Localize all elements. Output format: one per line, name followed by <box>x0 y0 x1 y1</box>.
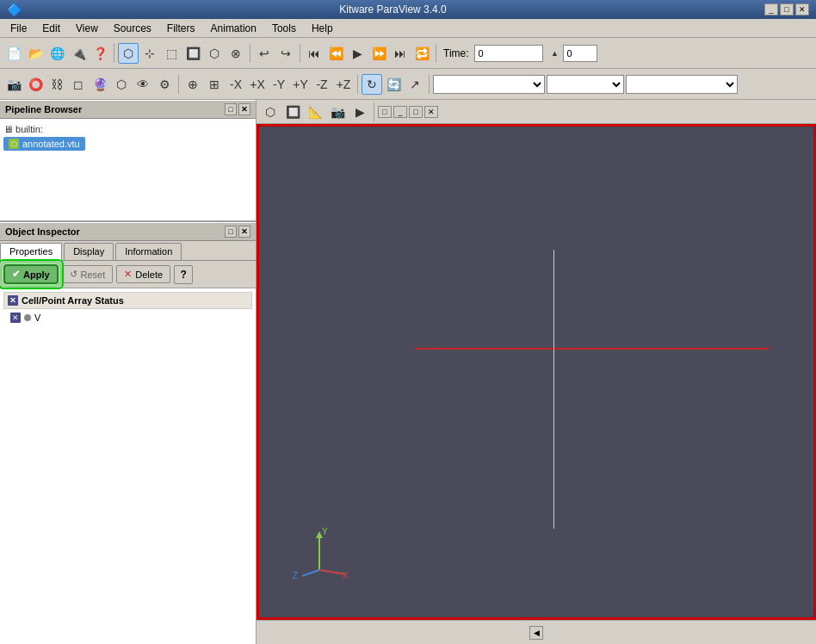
minus-x-button[interactable]: -X <box>226 74 246 95</box>
svg-text:Y: Y <box>322 527 328 536</box>
pipeline-browser-maximize[interactable]: □ <box>225 103 237 115</box>
close-button[interactable]: ✕ <box>795 3 809 15</box>
object-inspector-maximize[interactable]: □ <box>225 226 237 238</box>
viewport-tb3[interactable]: 📐 <box>305 102 325 122</box>
cursor-button[interactable]: ↗ <box>405 74 425 95</box>
gear-button[interactable]: ⚙ <box>154 74 175 95</box>
title-bar-buttons[interactable]: _ □ ✕ <box>764 3 809 15</box>
array-item-checkbox[interactable]: ✕ <box>10 313 21 323</box>
loop-button[interactable]: 🔁 <box>411 43 432 64</box>
pipeline-file[interactable]: ⬡ annotated.vtu <box>3 137 85 151</box>
wireframe-button[interactable]: ⬡ <box>111 74 132 95</box>
menu-file[interactable]: File <box>3 21 34 36</box>
menu-edit[interactable]: Edit <box>35 21 67 36</box>
menu-help[interactable]: Help <box>305 21 340 36</box>
time-up-button[interactable]: ▲ <box>548 48 562 59</box>
tab-information[interactable]: Information <box>115 243 182 260</box>
svg-line-3 <box>319 570 345 574</box>
reset-label: Reset <box>81 269 106 280</box>
first-frame-button[interactable]: ⏮ <box>304 43 325 64</box>
next-frame-button[interactable]: ⏩ <box>368 43 389 64</box>
help-icon-button[interactable]: ❓ <box>90 43 110 64</box>
color-combo[interactable] <box>547 75 624 94</box>
open-button[interactable]: 📂 <box>25 43 46 64</box>
surface-select-button[interactable]: ⊗ <box>226 43 246 64</box>
screenshot-button[interactable]: 📷 <box>3 74 24 95</box>
interact-button[interactable]: ⬡ <box>118 43 139 64</box>
pipeline-browser-close[interactable]: ✕ <box>238 103 250 115</box>
play-button[interactable]: ▶ <box>347 43 368 64</box>
rubber-band-button[interactable]: ⬚ <box>161 43 182 64</box>
viewport-tb4[interactable]: 📷 <box>327 102 348 122</box>
viewport-3d[interactable]: Y X Z <box>257 124 816 620</box>
left-panel: Pipeline Browser □ ✕ 🖥 builtin: ⬡ annota… <box>0 100 257 644</box>
array-item-v: ✕ V <box>3 311 252 325</box>
minus-y-button[interactable]: -Y <box>269 74 289 95</box>
viewport-tb2[interactable]: 🔲 <box>282 102 303 122</box>
svg-line-5 <box>302 570 319 576</box>
pipeline-browser-title: Pipeline Browser <box>5 104 82 115</box>
cube-button[interactable]: ◻ <box>68 74 89 95</box>
array-item-label: V <box>34 313 40 323</box>
representation-combo[interactable] <box>433 75 545 94</box>
zoom-box-button[interactable]: ⊞ <box>204 74 225 95</box>
viewport-restore[interactable]: □ <box>378 106 392 118</box>
maximize-button[interactable]: □ <box>780 3 794 15</box>
minimize-button[interactable]: _ <box>764 3 778 15</box>
viewport-close[interactable]: ✕ <box>424 106 438 118</box>
server-connect-button[interactable]: 🌐 <box>46 43 67 64</box>
reset-camera-button[interactable]: ⊕ <box>182 74 203 95</box>
object-inspector-close[interactable]: ✕ <box>238 226 250 238</box>
apply-label: Apply <box>23 269 50 280</box>
svg-text:Z: Z <box>293 571 298 580</box>
menu-view[interactable]: View <box>69 21 105 36</box>
select-polygon-button[interactable]: ⬡ <box>204 43 225 64</box>
minus-z-button[interactable]: -Z <box>312 74 332 95</box>
menu-tools[interactable]: Tools <box>265 21 303 36</box>
toolbar-row2: 📷 ⭕ ⛓ ◻ 🔮 ⬡ 👁 ⚙ ⊕ ⊞ -X +X -Y +Y -Z +Z ↻ … <box>0 69 816 100</box>
viewport-maximize[interactable]: □ <box>409 106 423 118</box>
plus-z-button[interactable]: +Z <box>333 74 354 95</box>
disconnect-button[interactable]: 🔌 <box>68 43 89 64</box>
viewport-bottom: ◀ <box>257 620 816 644</box>
title-bar-left: 🔷 <box>7 3 22 16</box>
plus-x-button[interactable]: +X <box>247 74 268 95</box>
viewport-minimize[interactable]: _ <box>393 106 407 118</box>
rotate-button[interactable]: ↻ <box>362 74 382 95</box>
sphere-button[interactable]: 🔮 <box>90 74 110 95</box>
viewport-tb5[interactable]: ▶ <box>349 102 370 122</box>
viewport-scroll-left[interactable]: ◀ <box>529 626 543 640</box>
array-status-checkbox[interactable]: ✕ <box>8 295 18 306</box>
undo-button[interactable]: ↩ <box>254 43 275 64</box>
auto-rotate-button[interactable]: 🔄 <box>383 74 404 95</box>
reset-button[interactable]: ↺ Reset <box>62 265 114 283</box>
eye-button[interactable]: 👁 <box>133 74 153 95</box>
time-input[interactable] <box>474 45 543 62</box>
menu-animation[interactable]: Animation <box>204 21 263 36</box>
frame-input[interactable] <box>563 45 597 62</box>
new-button[interactable]: 📄 <box>3 43 24 64</box>
circle-button[interactable]: ⭕ <box>25 74 46 95</box>
svg-text:X: X <box>343 571 349 580</box>
pipeline-item[interactable]: ⬡ annotated.vtu <box>3 136 252 152</box>
tab-display[interactable]: Display <box>64 243 114 260</box>
help-button[interactable]: ? <box>174 265 193 284</box>
color-space-combo[interactable] <box>626 75 738 94</box>
select-button[interactable]: ⊹ <box>139 43 160 64</box>
last-frame-button[interactable]: ⏭ <box>390 43 411 64</box>
menu-sources[interactable]: Sources <box>107 21 158 36</box>
plus-y-button[interactable]: +Y <box>290 74 311 95</box>
inspector-tabs: Properties Display Information <box>0 241 256 261</box>
tab-properties[interactable]: Properties <box>0 243 62 260</box>
prev-frame-button[interactable]: ⏪ <box>325 43 346 64</box>
pick-button[interactable]: 🔲 <box>182 43 203 64</box>
link-button[interactable]: ⛓ <box>46 74 67 95</box>
apply-icon: ✔ <box>12 269 20 280</box>
apply-button[interactable]: ✔ Apply <box>3 264 59 284</box>
viewport-tb1[interactable]: ⬡ <box>260 102 281 122</box>
array-status-label: Cell/Point Array Status <box>22 295 124 306</box>
menu-filters[interactable]: Filters <box>160 21 202 36</box>
object-inspector-title: Object Inspector <box>5 226 80 237</box>
redo-button[interactable]: ↪ <box>275 43 296 64</box>
delete-button[interactable]: ✕ Delete <box>116 265 170 283</box>
